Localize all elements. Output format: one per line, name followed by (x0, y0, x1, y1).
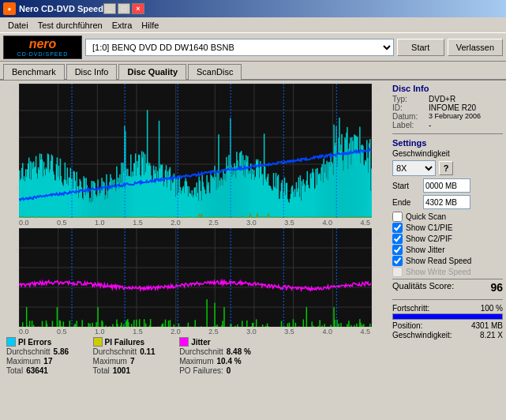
menu-extra[interactable]: Extra (107, 19, 137, 32)
show-c2pif-checkbox[interactable] (392, 234, 403, 244)
divider-1 (392, 133, 503, 134)
ende-label: Ende (392, 198, 420, 207)
divider-2 (392, 299, 503, 300)
top-chart-wrapper: 20 16 12 8 4 0 16 14 12 10 8 6 4 2 (3, 84, 386, 218)
menu-hilfe[interactable]: Hilfe (137, 19, 163, 32)
jitter-color (179, 337, 189, 347)
quick-scan-row: Quick Scan (392, 212, 503, 222)
jitter-label: Jitter (191, 338, 210, 347)
legend-pi-errors: PI Errors Durchschnitt 5.86 Maximum 17 T… (6, 337, 85, 378)
top-chart-y-left: 20 16 12 8 4 0 (3, 84, 19, 218)
bottom-chart (19, 228, 372, 327)
geschwindigkeit-label: Geschwindigkeit (392, 149, 450, 158)
show-jitter-checkbox[interactable] (392, 245, 403, 255)
window-controls[interactable]: _ □ × (103, 3, 144, 14)
geschwindigkeit-prog-value: 8.21 X (480, 331, 503, 339)
disc-info-title: Disc Info (392, 84, 503, 93)
top-chart (19, 84, 372, 218)
minimize-button[interactable]: _ (103, 3, 116, 14)
show-write-speed-row: Show Write Speed (392, 267, 503, 277)
pi-failures-color (93, 337, 103, 347)
right-panel: Disc Info Typ: DVD+R ID: INFOME R20 Datu… (389, 81, 506, 418)
geschwindigkeit-prog-label: Geschwindigkeit: (392, 331, 452, 339)
verlassen-button[interactable]: Verlassen (448, 39, 503, 56)
help-button[interactable]: ? (439, 161, 453, 175)
chart-area: 20 16 12 8 4 0 16 14 12 10 8 6 4 2 0 (0, 81, 389, 418)
show-write-speed-checkbox (392, 267, 403, 277)
titlebar: ● Nero CD-DVD Speed _ □ × (0, 0, 506, 17)
drive-selector[interactable]: [1:0] BENQ DVD DD DW1640 BSNB (85, 39, 394, 56)
position-value: 4301 MB (471, 321, 503, 330)
show-write-speed-label: Show Write Speed (406, 268, 471, 276)
show-read-speed-label: Show Read Speed (406, 257, 471, 265)
app-icon: ● (3, 2, 16, 15)
bottom-chart-x-axis: 0.00.5 1.01.5 2.02.5 3.03.5 4.04.5 (3, 327, 386, 336)
legend-pi-failures: PI Failures Durchschnitt 0.11 Maximum 7 … (93, 337, 172, 378)
show-c1pie-row: Show C1/PIE (392, 223, 503, 233)
speed-select[interactable]: 8X (392, 160, 436, 176)
toolbar: nero CD·DVD/SPEED [1:0] BENQ DVD DD DW16… (0, 33, 506, 62)
tab-disc-quality[interactable]: Disc Quality (118, 64, 186, 80)
qualitat-label: Qualitäts Score: (392, 281, 454, 294)
start-label: Start (392, 182, 420, 190)
show-jitter-row: Show Jitter (392, 245, 503, 255)
bottom-chart-wrapper: 10 8 6 4 2 0 16 14 12 10 8 6 4 (3, 228, 386, 327)
show-c1pie-label: Show C1/PIE (406, 223, 452, 232)
legend: PI Errors Durchschnitt 5.86 Maximum 17 T… (3, 336, 386, 380)
quick-scan-label: Quick Scan (406, 212, 446, 221)
show-jitter-label: Show Jitter (406, 246, 444, 254)
bottom-chart-canvas-area (19, 228, 372, 327)
show-read-speed-checkbox[interactable] (392, 256, 403, 266)
menu-datei[interactable]: Datei (3, 19, 33, 32)
pi-failures-label: PI Failures (105, 338, 145, 347)
logo-nero-text: nero (29, 37, 57, 51)
top-chart-canvas-area (19, 84, 372, 218)
disc-info-datum: Datum: 3 February 2006 (392, 112, 503, 121)
quick-scan-checkbox[interactable] (392, 212, 403, 222)
start-input[interactable] (423, 178, 470, 193)
window-title: Nero CD-DVD Speed (19, 4, 103, 13)
pi-errors-label: PI Errors (18, 338, 51, 347)
fortschritt-value: 100 % (481, 304, 503, 313)
legend-jitter: Jitter Durchschnitt 8.48 % Maximum 10.4 … (179, 337, 258, 378)
show-c1pie-checkbox[interactable] (392, 223, 403, 233)
top-chart-y-right: 16 14 12 10 8 6 4 2 (372, 84, 386, 218)
tabs: Benchmark Disc Info Disc Quality ScanDis… (0, 62, 506, 81)
speed-row: Geschwindigkeit (392, 149, 503, 158)
tab-benchmark[interactable]: Benchmark (3, 64, 65, 80)
menu-test[interactable]: Test durchführen (33, 19, 107, 32)
tab-disc-info[interactable]: Disc Info (66, 64, 118, 80)
show-read-speed-row: Show Read Speed (392, 256, 503, 266)
progress-section: Fortschritt: 100 % Position: 4301 MB Ges… (392, 304, 503, 340)
position-label: Position: (392, 321, 422, 330)
logo-sub-text: CD·DVD/SPEED (17, 51, 69, 57)
bottom-chart-y-left: 10 8 6 4 2 0 (3, 228, 19, 327)
show-c2pif-row: Show C2/PIF (392, 234, 503, 244)
maximize-button[interactable]: □ (118, 3, 130, 14)
start-button[interactable]: Start (397, 39, 444, 56)
disc-info-label: Label: - (392, 121, 503, 129)
disc-info-section: Disc Info Typ: DVD+R ID: INFOME R20 Datu… (392, 84, 503, 129)
pi-errors-color (6, 337, 16, 347)
close-button[interactable]: × (132, 3, 144, 14)
main-content: 20 16 12 8 4 0 16 14 12 10 8 6 4 2 0 (0, 81, 506, 418)
settings-title: Settings (392, 138, 503, 148)
tab-scan-disc[interactable]: ScanDisc (188, 64, 242, 80)
ende-input[interactable] (423, 195, 470, 209)
top-chart-x-axis: 0.00.5 1.01.5 2.02.5 3.03.5 4.04.5 (3, 218, 386, 227)
bottom-chart-y-right: 16 14 12 10 8 6 4 (372, 228, 386, 327)
disc-info-id: ID: INFOME R20 (392, 103, 503, 112)
progress-bar-container (392, 313, 503, 320)
menubar: Datei Test durchführen Extra Hilfe (0, 17, 506, 33)
disc-info-typ: Typ: DVD+R (392, 95, 503, 103)
quality-score: 96 (490, 281, 503, 294)
settings-section: Settings Geschwindigkeit 8X ? Start Ende (392, 138, 503, 295)
nero-logo: nero CD·DVD/SPEED (3, 36, 82, 59)
quality-row: Qualitäts Score: 96 (392, 279, 503, 295)
progress-bar-fill (393, 314, 502, 319)
fortschritt-label: Fortschritt: (392, 304, 429, 313)
show-c2pif-label: Show C2/PIF (406, 234, 452, 243)
